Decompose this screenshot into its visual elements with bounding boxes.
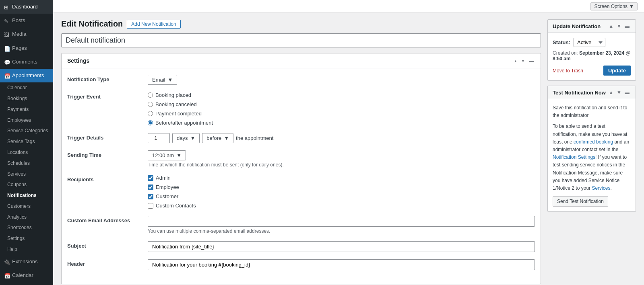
sidebar-item-accommodation[interactable]: 🏨 Accommodation	[0, 282, 53, 285]
sidebar-item-pages-label: Pages	[12, 45, 27, 52]
recipient-custom-contacts-checkbox[interactable]	[148, 203, 153, 209]
header-input[interactable]	[148, 259, 535, 270]
trigger-details-timing-select[interactable]: before ▼	[202, 133, 233, 143]
sidebar-item-bookings[interactable]: Bookings	[0, 93, 53, 104]
header-row: Header	[67, 259, 535, 270]
sending-time-select[interactable]: 12:00 am ▼	[148, 150, 186, 160]
recipient-customer[interactable]: Customer	[148, 193, 535, 199]
confirmed-booking-link[interactable]: confirmed booking	[574, 139, 613, 145]
sidebar-item-services[interactable]: Services	[0, 169, 53, 180]
trigger-booking-canceled-radio[interactable]	[148, 102, 153, 107]
sidebar-item-comments-label: Comments	[12, 58, 37, 66]
custom-email-input[interactable]	[148, 216, 535, 227]
sidebar-item-extensions[interactable]: 🔌 Extensions	[0, 255, 53, 269]
sending-time-helper: Time at which the notification must be s…	[148, 162, 535, 168]
trigger-event-control: Booking placed Booking canceled Payment …	[148, 92, 535, 126]
sidebar-item-media-label: Media	[12, 31, 26, 38]
update-button[interactable]: Update	[603, 66, 631, 76]
sidebar-item-schedules[interactable]: Schedules	[0, 158, 53, 169]
notification-type-select[interactable]: Email ▼	[148, 75, 177, 85]
update-notification-expand-button[interactable]: ▬	[623, 23, 631, 29]
settings-collapse-down-button[interactable]	[520, 57, 526, 64]
trigger-booking-placed[interactable]: Booking placed	[148, 92, 535, 98]
test-notification-up-button[interactable]: ▲	[607, 89, 615, 96]
update-notification-title: Update Notification	[553, 23, 601, 29]
notification-type-row: Notification Type Email ▼	[67, 75, 535, 85]
notification-title-input[interactable]	[61, 33, 541, 47]
sending-time-control: 12:00 am ▼ Time at which the notificatio…	[148, 150, 535, 168]
sending-time-label: Sending Time	[67, 150, 148, 158]
settings-section-title: Settings	[67, 57, 89, 64]
services-link[interactable]: Services	[592, 185, 610, 191]
sidebar-item-coupons[interactable]: Coupons	[0, 179, 53, 190]
comments-icon: 💬	[4, 59, 10, 65]
sidebar-item-comments[interactable]: 💬 Comments	[0, 55, 53, 69]
subject-row: Subject	[67, 241, 535, 252]
sidebar-item-media[interactable]: 🖼 Media	[0, 27, 53, 41]
trigger-details-number-input[interactable]	[148, 133, 170, 143]
settings-header[interactable]: Settings ▬	[62, 53, 541, 68]
settings-collapse-up-button[interactable]	[512, 57, 518, 64]
status-row: Status: Active Inactive	[553, 38, 631, 47]
sidebar-item-help[interactable]: Help	[0, 244, 53, 255]
subject-input[interactable]	[148, 241, 535, 252]
notification-settings-link[interactable]: Notification Settings	[553, 154, 595, 160]
sidebar-item-calendar[interactable]: Calendar	[0, 82, 53, 93]
notification-type-label: Notification Type	[67, 75, 148, 82]
subject-control	[148, 241, 535, 252]
screen-options-button[interactable]: Screen Options ▼	[590, 2, 638, 10]
sidebar-item-customers[interactable]: Customers	[0, 201, 53, 212]
trigger-payment-completed-radio[interactable]	[148, 111, 153, 116]
sidebar-item-settings[interactable]: Settings	[0, 233, 53, 244]
topbar: Screen Options ▼	[53, 0, 644, 13]
test-notification-title: Test Notification Now	[553, 90, 606, 96]
recipient-employee-checkbox[interactable]	[148, 185, 153, 190]
custom-email-label: Custom Email Addresses	[67, 216, 148, 223]
sidebar-item-payments[interactable]: Payments	[0, 104, 53, 115]
settings-expand-button[interactable]: ▬	[528, 57, 535, 64]
trigger-payment-completed[interactable]: Payment completed	[148, 111, 535, 117]
sidebar-item-employees[interactable]: Employees	[0, 115, 53, 126]
chevron-down-icon: ▼	[168, 77, 173, 83]
sidebar-item-dashboard-label: Dashboard	[12, 3, 38, 10]
sidebar-item-service-tags[interactable]: Service Tags	[0, 136, 53, 147]
recipient-employee[interactable]: Employee	[148, 184, 535, 190]
left-panel: Edit Notification Add New Notification S…	[61, 19, 541, 279]
sidebar-item-calendar2[interactable]: 📅 Calendar	[0, 269, 53, 282]
sidebar-item-shortcodes[interactable]: Shortcodes	[0, 222, 53, 233]
trigger-booking-canceled[interactable]: Booking canceled	[148, 101, 535, 107]
recipient-custom-contacts[interactable]: Custom Contacts	[148, 203, 535, 209]
trigger-details-control: days ▼ before ▼ the appointment	[148, 133, 535, 143]
status-select[interactable]: Active Inactive	[574, 38, 605, 47]
sidebar-item-appointments[interactable]: 📅 Appointments	[0, 69, 53, 82]
recipient-admin-checkbox[interactable]	[148, 175, 153, 181]
trigger-booking-placed-radio[interactable]	[148, 92, 153, 98]
sidebar-item-posts[interactable]: ✎ Posts	[0, 14, 53, 27]
update-notification-controls: ▲ ▼ ▬	[607, 23, 631, 29]
recipients-label: Recipients	[67, 175, 148, 182]
update-notification-up-button[interactable]: ▲	[607, 23, 615, 29]
sidebar-item-analytics[interactable]: Analytics	[0, 212, 53, 223]
move-to-trash-link[interactable]: Move to Trash	[553, 68, 583, 74]
sidebar-item-service-categories[interactable]: Service Categories	[0, 125, 53, 136]
trigger-details-period-select[interactable]: days ▼	[172, 133, 200, 143]
sidebar-item-pages[interactable]: 📄 Pages	[0, 41, 53, 55]
sidebar-item-dashboard[interactable]: ⊞ Dashboard	[0, 0, 53, 14]
update-notification-down-button[interactable]: ▼	[615, 23, 623, 29]
trigger-before-after[interactable]: Before/after appointment	[148, 120, 535, 126]
chevron-down-icon: ▼	[629, 4, 634, 9]
test-notification-body: Save this notification and send it to th…	[548, 99, 636, 211]
trigger-before-after-radio[interactable]	[148, 120, 153, 125]
test-notification-info: To be able to send a test notification, …	[553, 123, 631, 192]
add-new-notification-button[interactable]: Add New Notification	[127, 20, 180, 29]
test-notification-down-button[interactable]: ▼	[615, 89, 623, 96]
recipient-admin[interactable]: Admin	[148, 175, 535, 181]
sidebar-item-locations[interactable]: Locations	[0, 147, 53, 158]
send-test-notification-button[interactable]: Send Test Notification	[553, 196, 608, 207]
test-notification-expand-button[interactable]: ▬	[623, 89, 631, 96]
sidebar-item-notifications[interactable]: Notifications	[0, 190, 53, 201]
posts-icon: ✎	[4, 18, 10, 23]
update-notification-header: Update Notification ▲ ▼ ▬	[548, 20, 636, 33]
recipient-customer-checkbox[interactable]	[148, 194, 153, 199]
side-actions: Move to Trash Update	[553, 66, 631, 76]
